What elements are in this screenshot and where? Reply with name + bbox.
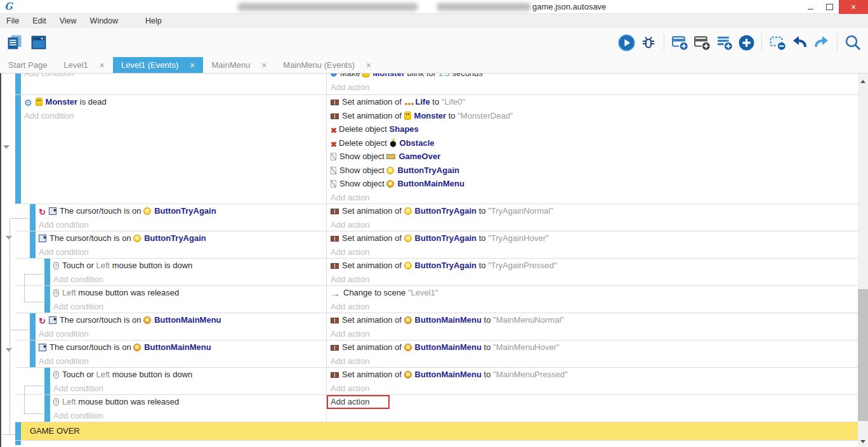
event-row[interactable]: The cursor/touch is on ButtonMainMenuAdd…	[15, 313, 858, 340]
tab-mainmenu[interactable]: MainMenu ×	[203, 57, 275, 73]
event-row[interactable]: Monster is deadAdd conditionSet animatio…	[15, 94, 858, 204]
add-action-link[interactable]: Add action	[331, 81, 858, 94]
condition-line[interactable]: The cursor/touch is on ButtonMainMenu	[39, 340, 326, 354]
add-action-link[interactable]: Add action	[331, 273, 858, 286]
add-condition-link[interactable]: Add condition	[24, 109, 326, 123]
add-action-link[interactable]: Add action	[331, 300, 858, 313]
close-icon[interactable]: ×	[261, 61, 266, 70]
minimize-button[interactable]	[801, 0, 820, 14]
text: Make	[340, 74, 362, 78]
scrollbar[interactable]	[858, 74, 868, 447]
maximize-button[interactable]	[820, 0, 839, 14]
tree-expander-icon[interactable]	[6, 236, 12, 240]
action-line[interactable]: Set animation of Monster to "MonsterDead…	[331, 109, 858, 123]
debug-button[interactable]	[640, 33, 657, 52]
action-line[interactable]: Set animation of ButtonMainMenu to "Main…	[331, 340, 858, 354]
preview-play-button[interactable]	[617, 33, 635, 52]
menu-help[interactable]: Help	[145, 16, 162, 25]
close-icon[interactable]: ×	[366, 61, 371, 70]
event-row[interactable]: Add conditionMake Monster blink for 1.5 …	[15, 74, 858, 94]
condition-line[interactable]: Touch or Left mouse button is down	[53, 259, 326, 273]
add-condition-link[interactable]: Add condition	[39, 218, 326, 231]
event-row[interactable]: The cursor/touch is on ButtonMainMenuAdd…	[15, 340, 858, 367]
event-row[interactable]: The cursor/touch is on ButtonTryAgainAdd…	[15, 231, 858, 258]
event-row[interactable]: Left mouse button was releasedAdd condit…	[15, 285, 858, 313]
condition-line[interactable]: Touch or Left mouse button is down	[53, 368, 326, 382]
add-condition-link[interactable]: Add condition	[53, 382, 326, 395]
close-button[interactable]: ×	[839, 0, 868, 14]
add-condition-link[interactable]: Add condition	[39, 354, 326, 368]
tab-mainmenu-events[interactable]: MainMenu (Events) ×	[275, 57, 379, 73]
add-condition-link[interactable]: Add condition	[39, 245, 326, 259]
action-line[interactable]: Show object ButtonMainMenu	[331, 177, 858, 191]
add-action-link[interactable]: Add action	[331, 191, 858, 204]
life-icon	[404, 102, 414, 106]
add-action-link[interactable]: Add action	[331, 354, 858, 368]
add-condition-link[interactable]: Add condition	[53, 300, 326, 313]
event-partial[interactable]	[15, 440, 858, 445]
condition-line[interactable]: Left mouse button was released	[53, 286, 326, 300]
action-line[interactable]: Set animation of Life to "Life0"	[331, 95, 858, 109]
action-line[interactable]: Delete object Shapes	[331, 122, 858, 136]
project-manager-button[interactable]	[6, 33, 23, 52]
menu-file[interactable]: File	[6, 16, 19, 25]
add-condition-link[interactable]: Add condition	[53, 273, 326, 286]
tab-start-page[interactable]: Start Page	[0, 57, 55, 73]
action-line[interactable]: Change to scene "Level1"	[331, 286, 858, 300]
add-event-chooser-button[interactable]	[737, 33, 755, 52]
condition-line[interactable]: Monster is dead	[24, 95, 326, 109]
menu-view[interactable]: View	[60, 16, 77, 25]
search-button[interactable]	[844, 33, 862, 52]
action-line[interactable]: Set animation of ButtonMainMenu to "Main…	[331, 313, 858, 327]
tab-level1-events[interactable]: Level1 (Events) ×	[113, 57, 204, 73]
add-condition-link[interactable]: Add condition	[24, 74, 326, 81]
add-condition-link[interactable]: Add condition	[39, 327, 326, 340]
condition-line[interactable]: Left mouse button was released	[53, 395, 326, 409]
close-icon[interactable]: ×	[100, 61, 105, 70]
tree-expander-icon[interactable]	[6, 348, 12, 352]
event-row[interactable]: Left mouse button was releasedAdd condit…	[15, 394, 858, 422]
event-row[interactable]: Touch or Left mouse button is downAdd co…	[15, 367, 858, 394]
event-row[interactable]: Touch or Left mouse button is downAdd co…	[15, 258, 858, 285]
condition-line[interactable]: The cursor/touch is on ButtonTryAgain	[39, 231, 326, 245]
text: The cursor/touch is on	[49, 233, 133, 243]
text: is dead	[77, 97, 107, 107]
menu-edit[interactable]: Edit	[32, 16, 46, 25]
close-icon[interactable]: ×	[190, 61, 195, 70]
action-line[interactable]: Set animation of ButtonTryAgain to "TryA…	[331, 231, 858, 245]
comment-text[interactable]: GAME OVER	[21, 422, 858, 440]
highlighted-add-action[interactable]: Add action	[327, 395, 390, 409]
action-line[interactable]: Set animation of ButtonTryAgain to "TryA…	[331, 259, 858, 273]
tree-expander-icon[interactable]	[3, 145, 10, 149]
add-condition-link[interactable]: Add condition	[53, 409, 326, 422]
tab-bar: Start Page Level1 × Level1 (Events) × Ma…	[0, 57, 868, 73]
undo-button[interactable]	[791, 33, 808, 52]
action-line[interactable]: Show object ButtonTryAgain	[331, 164, 858, 178]
condition-line[interactable]: The cursor/touch is on ButtonTryAgain	[39, 204, 326, 218]
scroll-up-button[interactable]	[858, 76, 868, 86]
action-line[interactable]: Set animation of ButtonTryAgain to "TryA…	[331, 204, 858, 218]
action-line[interactable]: Make Monster blink for 1.5 seconds	[331, 74, 858, 81]
add-action-link[interactable]: Add action	[331, 382, 858, 395]
menu-window[interactable]: Window	[90, 16, 118, 25]
redo-button[interactable]	[813, 33, 831, 52]
add-comment-button[interactable]	[715, 33, 733, 52]
scroll-down-button[interactable]	[858, 436, 868, 446]
action-line[interactable]: Show object GameOver	[331, 150, 858, 164]
tab-level1[interactable]: Level1 ×	[55, 57, 113, 73]
event-row[interactable]: The cursor/touch is on ButtonTryAgainAdd…	[15, 204, 858, 231]
add-subevent-button[interactable]	[693, 33, 711, 52]
action-line[interactable]: Set animation of ButtonMainMenu to "Main…	[331, 368, 858, 382]
add-action-link[interactable]: Add action	[331, 245, 858, 259]
add-action-link[interactable]: Add action	[331, 327, 858, 340]
delete-event-button[interactable]	[768, 33, 786, 52]
add-action-link[interactable]: Add action	[331, 218, 858, 231]
action-line[interactable]: Delete object Obstacle	[331, 136, 858, 150]
comment-event[interactable]: GAME OVER	[15, 422, 858, 440]
condition-line[interactable]: The cursor/touch is on ButtonMainMenu	[39, 313, 326, 327]
set-animation-icon	[331, 318, 339, 323]
scrollbar-thumb[interactable]	[858, 289, 868, 421]
add-event-button[interactable]	[671, 33, 688, 52]
start-page-button[interactable]	[30, 33, 48, 52]
add-action-link[interactable]: Add action	[331, 395, 858, 409]
